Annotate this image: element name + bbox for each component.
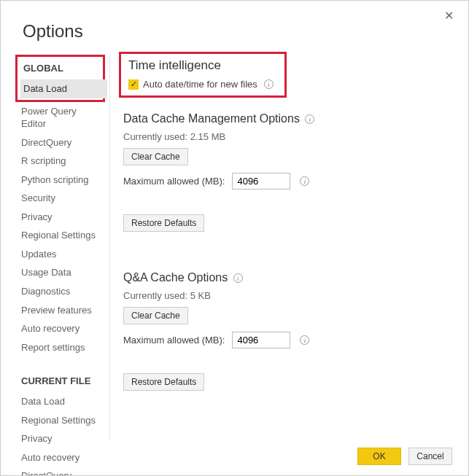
sidebar-item-security[interactable]: Security [18,189,104,208]
sidebar-item-directquery[interactable]: DirectQuery [18,133,104,152]
info-icon[interactable] [300,335,309,345]
qa-cache-max-row: Maximum allowed (MB): [123,332,448,348]
sidebar-item-cf-auto-recovery[interactable]: Auto recovery [18,448,104,467]
close-button[interactable]: ✕ [440,8,458,23]
sidebar-item-cf-data-load[interactable]: Data Load [18,392,104,411]
data-cache-used: Currently used: 2.15 MB [123,131,448,142]
sidebar-item-diagnostics[interactable]: Diagnostics [18,282,104,301]
qa-clear-cache-button[interactable]: Clear Cache [123,307,188,324]
sidebar-item-python-scripting[interactable]: Python scripting [18,171,104,190]
info-icon[interactable] [264,79,274,89]
qa-restore-defaults-button[interactable]: Restore Defaults [123,373,204,391]
section-title-qa-cache: Q&A Cache Options [123,271,448,284]
sidebar-item-cf-regional-settings[interactable]: Regional Settings [18,411,104,430]
sidebar-item-updates[interactable]: Updates [18,245,104,264]
content-pane: Time intelligence Auto date/time for new… [110,55,468,441]
sidebar-header-current-file: CURRENT FILE [21,375,104,386]
auto-datetime-checkbox[interactable] [128,79,139,90]
sidebar-item-preview-features[interactable]: Preview features [18,301,104,320]
sidebar-item-cf-directquery[interactable]: DirectQuery [18,467,104,476]
dialog-body: GLOBAL Data Load Power Query Editor Dire… [1,55,468,441]
sidebar-item-r-scripting[interactable]: R scripting [18,152,104,171]
data-cache-title-text: Data Cache Management Options [123,112,300,125]
info-icon[interactable] [300,176,309,186]
section-title-time-intelligence: Time intelligence [128,58,277,73]
ok-button[interactable]: OK [357,448,401,465]
highlight-time-intelligence: Time intelligence Auto date/time for new… [119,52,287,98]
sidebar-item-privacy[interactable]: Privacy [18,208,104,227]
cancel-button[interactable]: Cancel [408,448,452,465]
dialog-footer: OK Cancel [357,448,452,465]
sidebar-item-cf-privacy[interactable]: Privacy [18,429,104,448]
dialog-title: Options [1,1,468,55]
auto-datetime-label: Auto date/time for new files [143,79,257,90]
sidebar-header-global: GLOBAL [23,63,101,74]
info-icon[interactable] [305,114,314,124]
data-cache-max-row: Maximum allowed (MB): [123,173,448,190]
qa-cache-used: Currently used: 5 KB [123,290,448,301]
clear-cache-button[interactable]: Clear Cache [123,148,188,165]
sidebar: GLOBAL Data Load Power Query Editor Dire… [1,55,110,441]
qa-cache-section: Q&A Cache Options Currently used: 5 KB C… [123,271,448,391]
highlight-sidebar: GLOBAL Data Load [15,55,105,102]
sidebar-item-usage-data[interactable]: Usage Data [18,263,104,282]
qa-cache-max-input[interactable] [232,332,290,348]
sidebar-item-data-load[interactable]: Data Load [20,79,107,98]
qa-cache-max-label: Maximum allowed (MB): [123,335,225,346]
sidebar-item-regional-settings[interactable]: Regional Settings [18,226,104,245]
sidebar-item-auto-recovery[interactable]: Auto recovery [18,319,104,338]
qa-cache-title-text: Q&A Cache Options [123,271,228,284]
data-cache-max-label: Maximum allowed (MB): [123,176,225,187]
data-cache-section: Data Cache Management Options Currently … [123,112,448,232]
sidebar-item-power-query-editor[interactable]: Power Query Editor [18,102,104,133]
section-title-data-cache: Data Cache Management Options [123,112,448,125]
data-cache-max-input[interactable] [232,173,290,190]
sidebar-item-report-settings[interactable]: Report settings [18,338,104,357]
restore-defaults-button[interactable]: Restore Defaults [123,214,204,232]
info-icon[interactable] [233,273,243,283]
auto-datetime-row: Auto date/time for new files [128,79,277,90]
